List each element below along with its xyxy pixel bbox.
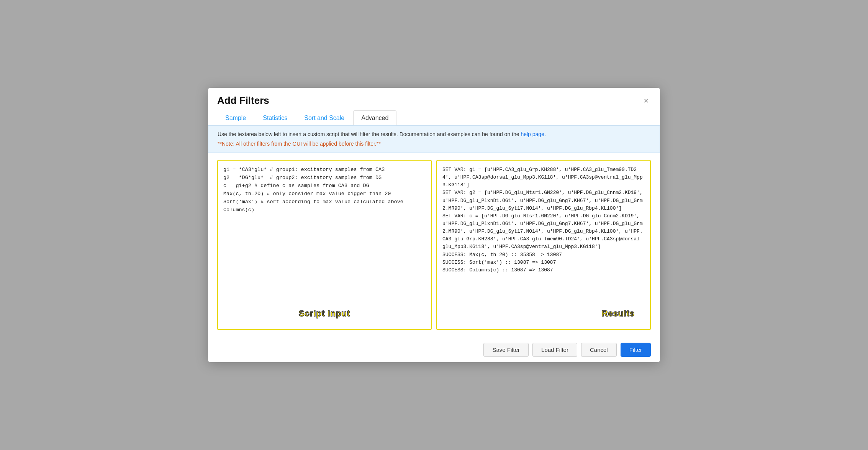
tab-advanced[interactable]: Advanced [353, 110, 396, 125]
tab-sample[interactable]: Sample [217, 110, 254, 125]
load-filter-button[interactable]: Load Filter [532, 343, 577, 357]
modal-footer: Save Filter Load Filter Cancel Filter [208, 337, 660, 362]
help-page-link[interactable]: help page [521, 131, 544, 137]
tab-statistics[interactable]: Statistics [255, 110, 295, 125]
info-bar: Use the textarea below left to insert a … [208, 125, 660, 153]
results-panel: SET VAR: g1 = [u'HPF.CA3_glu_Grp.KH288',… [436, 160, 651, 330]
editor-area: Script Input SET VAR: g1 = [u'HPF.CA3_gl… [208, 153, 660, 337]
results-content: SET VAR: g1 = [u'HPF.CA3_glu_Grp.KH288',… [437, 161, 650, 329]
save-filter-button[interactable]: Save Filter [483, 343, 529, 357]
modal-overlay: Add Filters × Sample Statistics Sort and… [0, 0, 868, 450]
info-text: Use the textarea below left to insert a … [218, 131, 519, 137]
filter-button[interactable]: Filter [621, 343, 651, 357]
close-button[interactable]: × [641, 96, 651, 106]
cancel-button[interactable]: Cancel [581, 343, 617, 357]
tab-sort-and-scale[interactable]: Sort and Scale [296, 110, 352, 125]
script-input-panel: Script Input [217, 160, 432, 330]
script-textarea[interactable] [218, 161, 431, 329]
add-filters-modal: Add Filters × Sample Statistics Sort and… [208, 88, 660, 362]
tabs-bar: Sample Statistics Sort and Scale Advance… [208, 110, 660, 125]
modal-title: Add Filters [217, 95, 269, 107]
warning-text: **Note: All other filters from the GUI w… [218, 140, 650, 148]
modal-header: Add Filters × [208, 88, 660, 110]
